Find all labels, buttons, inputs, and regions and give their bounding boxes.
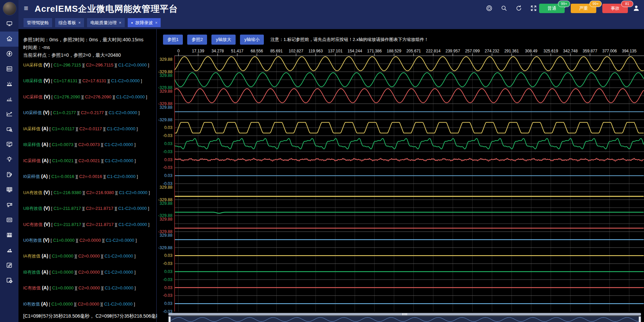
about-icon[interactable] [485,5,493,12]
sidebar-item-card-search[interactable] [0,122,18,137]
tab-close-icon[interactable]: × [119,20,121,25]
channel-row-IA有效值[interactable]: IA有效值 (A) [ C1=0.0000 ][ C2=0.0000 ][ C1… [23,253,156,259]
channel-row-U0采样值[interactable]: U0采样值 (V) [ C1=-0.2177 ][ C2=-0.2177 ][ … [23,110,156,116]
channel-label: U0有效值 [23,238,42,243]
channel-unit: (V) [44,205,50,211]
menu-toggle-icon[interactable]: ≡ [24,4,28,13]
tab-bar: 管理驾驶舱综合看板×电能质量治理×●故障录波× [18,16,644,29]
channel-row-IB有效值[interactable]: IB有效值 (A) [ C1=0.0000 ][ C2=0.0000 ][ C1… [23,269,156,275]
sidebar-item-archive[interactable] [0,228,18,243]
channel-row-UB采样值[interactable]: UB采样值 (V) [ C1=17.6131 ][ C2=17.6131 ][ … [23,78,156,84]
sidebar-item-waves[interactable] [0,62,18,77]
waveform-area: 参照1参照2y轴放大y轴缩小注意：1.标记参照前，请先点击对应按钮！2.x轴的缩… [157,29,644,322]
tab-综合看板[interactable]: 综合看板× [55,18,84,27]
info-line-1: 参照1时间：0ms，参照2时间：0ms，最大时间:400.15ms [23,36,144,44]
c1c2-diff-value: C1-C2=0.0000 [116,94,145,99]
channel-unit: (A) [42,285,48,290]
alert-button-3[interactable]: 事故81 [602,4,628,13]
user-icon[interactable] [633,4,640,12]
scrollbar-grip[interactable] [402,313,407,315]
x-tick-label: 308.49 [525,49,537,53]
c2-value: C2=276.2090 [85,94,111,99]
chart-toolbar: 参照1参照2y轴放大y轴缩小注意：1.标记参照前，请先点击对应按钮！2.x轴的缩… [163,35,429,45]
sidebar-item-monitor[interactable] [0,137,18,152]
x-tick-label: 51.417 [231,49,244,53]
tab-电能质量治理[interactable]: 电能质量治理× [87,18,125,27]
app-root: { "header": { "title": "AcrelEMS企业微电网能效管… [0,0,644,322]
avatar[interactable] [3,2,16,15]
sidebar [0,0,18,322]
fullscreen-icon[interactable] [530,5,537,12]
settings-icon [6,277,13,285]
channel-label: IB采样值 [23,142,40,147]
channel-row-IC有效值[interactable]: IC有效值 (A) [ C1=0.0000 ][ C2=0.0000 ][ C1… [23,285,156,291]
channel-row-IA采样值[interactable]: IA采样值 (A) [ C1=-0.0117 ][ C2=-0.0117 ][ … [23,126,156,132]
energy-icon [6,50,13,59]
zoom-handle-right[interactable] [639,316,641,322]
channel-label: IC采样值 [23,158,41,163]
x-tick-label: 325.619 [544,49,558,53]
c1c2-diff-value: C1-C2=0.0000 [105,270,133,275]
sidebar-item-trend[interactable] [0,107,18,122]
bar-chart-icon [6,95,13,104]
alert-button-2[interactable]: 严重99+ [571,4,596,13]
y-label-min: -329.88 [158,245,172,250]
sidebar-item-bulb[interactable] [0,152,18,168]
channel-row-IC采样值[interactable]: IC采样值 (A) [ C1=0.0021 ][ C2=0.0021 ][ C1… [23,158,156,164]
sidebar-item-reader[interactable] [0,213,18,228]
channel-unit: (V) [44,62,50,67]
channel-row-I0采样值[interactable]: I0采样值 (A) [ C1=-0.0016 ][ C2=-0.0016 ][ … [23,174,156,180]
tab-close-icon[interactable]: × [155,20,157,25]
channel-row-UC采样值[interactable]: UC采样值 (V) [ C1=276.2090 ][ C2=276.2090 ]… [23,94,156,100]
y-label-max: 0.03 [164,157,172,162]
sidebar-item-energy[interactable] [0,47,18,62]
tab-故障录波[interactable]: ●故障录波× [128,18,161,27]
siren-icon [6,80,13,89]
zoom-handle-left[interactable] [168,316,171,322]
channel-row-IB采样值[interactable]: IB采样值 (A) [ C1=0.0073 ][ C2=0.0073 ][ C1… [23,142,156,148]
c1c2-diff-value: C1-C2=0.0000 [118,62,147,67]
x-tick-label: 154.244 [348,49,362,53]
search-icon[interactable] [500,5,508,12]
edit-icon [6,262,13,270]
y-label-min: -0.03 [163,165,173,170]
alert-button-1[interactable]: 普通99+ [539,4,565,13]
channel-row-UB有效值[interactable]: UB有效值 (V) [ C1=-211.8717 ][ C2=-211.8717… [23,205,156,212]
toolbar-button-参照2[interactable]: 参照2 [187,35,207,45]
tab-close-icon[interactable]: × [78,20,81,25]
datazoom-preview[interactable] [168,316,641,322]
sidebar-item-edit[interactable] [0,258,18,273]
c2-value: C2=-216.9380 [86,190,114,195]
sidebar-item-screen[interactable] [0,16,18,32]
y-label-max: 329.88 [160,233,172,238]
c2-value: C2=0.0000 [78,302,99,307]
toolbar-button-参照1[interactable]: 参照1 [163,35,183,45]
sidebar-item-charger[interactable] [0,168,18,183]
sidebar-item-bar-chart[interactable] [0,92,18,107]
c1-value: C1=-211.8717 [53,206,81,211]
toolbar-button-y轴缩小[interactable]: y轴缩小 [240,35,264,45]
c1-value: C1=-0.2177 [53,110,76,115]
sidebar-item-settings[interactable] [0,273,18,288]
channel-row-UA有效值[interactable]: UA有效值 (V) [ C1=-216.9380 ][ C2=-216.9380… [23,190,156,196]
channel-row-UA采样值[interactable]: UA采样值 (V) [ C1=-296.7115 ][ C2=-296.7115… [23,62,156,68]
sidebar-item-camera[interactable] [0,198,18,213]
c2-value: C2=-0.0016 [79,174,102,179]
waveform-chart[interactable]: 017.13934.27851.41768.55685.691102.82711… [157,48,644,313]
c1-value: C1=-296.7115 [53,62,81,67]
h-scrollbar[interactable] [168,313,641,316]
channel-row-UC有效值[interactable]: UC有效值 (V) [ C1=-211.8717 ][ C2=-211.8717… [23,222,156,228]
sidebar-item-grid[interactable] [0,183,18,198]
tab-管理驾驶舱[interactable]: 管理驾驶舱 [24,18,52,27]
channel-unit: (V) [43,237,49,243]
reader-icon [6,216,13,225]
sidebar-item-alarm[interactable] [0,243,18,258]
toolbar-button-y轴放大[interactable]: y轴放大 [211,35,236,45]
refresh-icon[interactable] [515,5,522,12]
c1-value: C1=0.0000 [51,302,73,307]
alarm-icon [6,246,13,255]
sidebar-item-siren[interactable] [0,77,18,92]
sidebar-item-home[interactable] [0,32,18,47]
channel-row-I0有效值[interactable]: I0有效值 (A) [ C1=0.0000 ][ C2=0.0000 ][ C1… [23,301,156,307]
channel-row-U0有效值[interactable]: U0有效值 (V) [ C1=0.0000 ][ C2=0.0000 ][ C1… [23,237,156,243]
